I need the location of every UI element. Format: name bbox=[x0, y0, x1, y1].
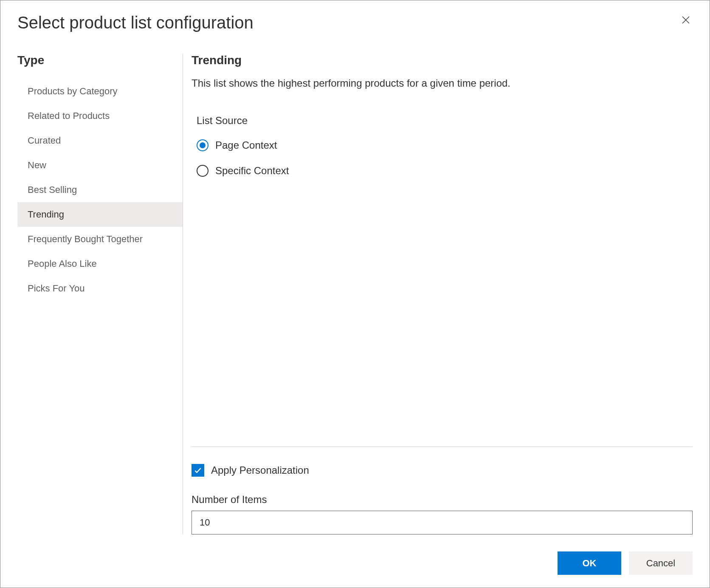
radio-circle-icon bbox=[197, 139, 208, 151]
dialog-container: Select product list configuration Type P… bbox=[0, 0, 710, 588]
list-source-label: List Source bbox=[192, 115, 693, 127]
dialog-body: Type Products by Category Related to Pro… bbox=[17, 54, 693, 534]
cancel-button[interactable]: Cancel bbox=[629, 551, 693, 575]
dialog-header: Select product list configuration bbox=[17, 13, 693, 32]
dialog-title: Select product list configuration bbox=[17, 13, 254, 32]
dialog-footer: OK Cancel bbox=[17, 551, 693, 575]
sidebar-header: Type bbox=[17, 54, 183, 67]
number-of-items-label: Number of Items bbox=[192, 494, 693, 506]
apply-personalization-label: Apply Personalization bbox=[211, 464, 309, 476]
number-of-items-input[interactable] bbox=[192, 511, 693, 534]
sidebar-item-best-selling[interactable]: Best Selling bbox=[17, 178, 183, 202]
sidebar-list: Products by Category Related to Products… bbox=[17, 79, 183, 301]
close-button[interactable] bbox=[679, 13, 693, 27]
spacer bbox=[192, 177, 693, 447]
sidebar: Type Products by Category Related to Pro… bbox=[17, 54, 183, 534]
sidebar-item-new[interactable]: New bbox=[17, 153, 183, 178]
ok-button[interactable]: OK bbox=[558, 551, 621, 575]
sidebar-item-related-to-products[interactable]: Related to Products bbox=[17, 104, 183, 128]
sidebar-item-trending[interactable]: Trending bbox=[17, 202, 183, 227]
sidebar-item-frequently-bought-together[interactable]: Frequently Bought Together bbox=[17, 227, 183, 252]
radio-label-specific-context: Specific Context bbox=[215, 165, 289, 177]
main-description: This list shows the highest performing p… bbox=[192, 77, 693, 89]
apply-personalization-checkbox[interactable]: Apply Personalization bbox=[192, 464, 693, 477]
divider bbox=[192, 447, 693, 447]
radio-page-context[interactable]: Page Context bbox=[197, 139, 693, 151]
list-source-radio-group: Page Context Specific Context bbox=[192, 139, 693, 177]
radio-circle-icon bbox=[197, 165, 208, 177]
main-header: Trending bbox=[192, 54, 693, 67]
sidebar-item-picks-for-you[interactable]: Picks For You bbox=[17, 276, 183, 301]
radio-specific-context[interactable]: Specific Context bbox=[197, 165, 693, 177]
checkmark-icon bbox=[194, 466, 202, 475]
sidebar-item-curated[interactable]: Curated bbox=[17, 128, 183, 153]
radio-label-page-context: Page Context bbox=[215, 139, 277, 151]
radio-dot-icon bbox=[200, 142, 206, 148]
close-icon bbox=[681, 15, 691, 25]
main-panel: Trending This list shows the highest per… bbox=[183, 54, 693, 534]
sidebar-item-products-by-category[interactable]: Products by Category bbox=[17, 79, 183, 104]
sidebar-item-people-also-like[interactable]: People Also Like bbox=[17, 252, 183, 276]
checkbox-box-icon bbox=[192, 464, 204, 477]
